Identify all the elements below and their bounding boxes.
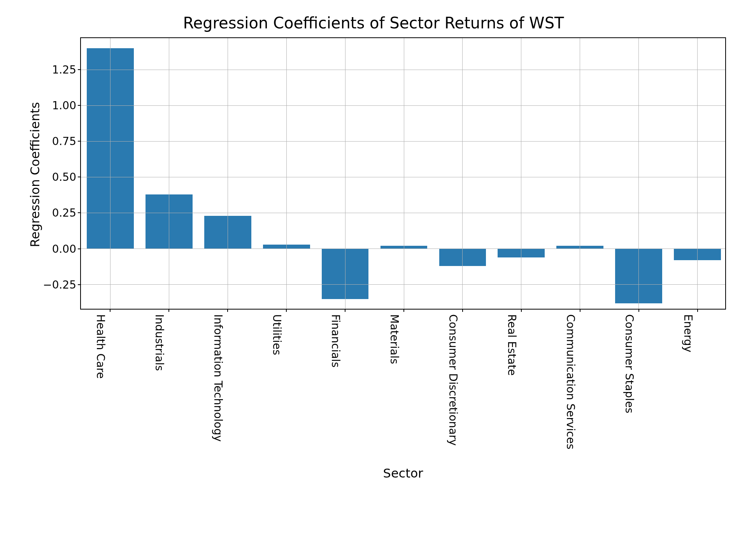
xtick-mark [697,309,698,312]
grid-line [110,38,110,309]
chart-title: Regression Coefficients of Sector Return… [0,14,747,32]
xtick-label: Industrials [153,314,166,371]
grid-line [286,38,287,309]
xtick-label: Materials [388,314,401,364]
figure: Regression Coefficients of Sector Return… [0,0,747,560]
ytick-label: 0.75 [52,135,81,148]
grid-line [81,177,725,177]
xtick-label: Information Technology [212,314,224,442]
ytick-label: 0.50 [52,171,81,184]
xtick-label: Real Estate [505,314,518,376]
grid-line [521,38,521,309]
xtick-label: Energy [682,314,694,352]
y-axis-label: Regression Coefficients [28,97,42,252]
xtick-label: Communication Services [564,314,577,450]
grid-line [345,38,345,309]
xtick-mark [462,309,463,312]
ytick-label: 1.25 [52,63,81,76]
ytick-label: 0.25 [52,206,81,219]
grid-line [697,38,698,309]
ytick-label: 1.00 [52,99,81,112]
grid-line [638,38,639,309]
ytick-label: 0.00 [52,242,81,255]
grid-line [462,38,463,309]
grid-line [81,248,725,249]
grid-line [81,141,725,142]
grid-line [81,70,725,70]
grid-line [81,105,725,106]
xtick-mark [521,309,522,312]
grid-line [81,284,725,285]
xtick-label: Financials [329,314,342,368]
plot-area: −0.250.000.250.500.751.001.25Health Care… [80,37,726,310]
xtick-mark [638,309,639,312]
xtick-mark [110,309,110,312]
grid-line [404,38,404,309]
grid-line [580,38,580,309]
xtick-mark [286,309,287,312]
grid-line [81,213,725,213]
x-axis-label: Sector [80,466,726,481]
xtick-mark [345,309,345,312]
xtick-label: Consumer Staples [623,314,636,413]
xtick-label: Health Care [94,314,107,379]
xtick-label: Utilities [270,314,283,355]
grid-line [169,38,169,309]
xtick-mark [227,309,228,312]
ytick-label: −0.25 [43,278,81,291]
xtick-label: Consumer Discretionary [447,314,459,446]
grid-line [228,38,228,309]
xtick-mark [168,309,169,312]
xtick-mark [403,309,404,312]
xtick-mark [580,309,580,312]
